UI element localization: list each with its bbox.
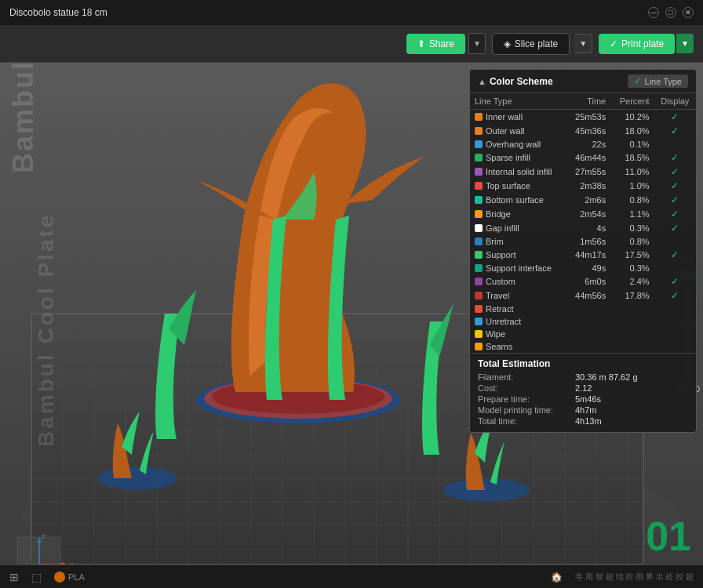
- collapse-icon[interactable]: ▲: [478, 77, 486, 86]
- filament-color-dot: [54, 572, 65, 583]
- row-percent: [610, 303, 654, 315]
- display-check: ✓: [671, 152, 679, 163]
- grid-icon: ⊞: [9, 571, 19, 583]
- table-row[interactable]: Seams: [470, 340, 696, 353]
- color-swatch: [475, 292, 483, 299]
- table-row[interactable]: Travel 44m56s 17.8% ✓: [470, 289, 696, 303]
- est-label: Total time:: [478, 416, 572, 426]
- maximize-button[interactable]: □: [665, 7, 676, 18]
- row-percent: 0.8%: [610, 235, 654, 248]
- window-controls: — □ ✕: [648, 7, 694, 18]
- color-swatch: [475, 278, 483, 285]
- table-row[interactable]: Unretract: [470, 315, 696, 328]
- row-linetype: Outer wall: [470, 124, 566, 138]
- table-row[interactable]: Outer wall 45m36s 18.0% ✓: [470, 124, 696, 138]
- linetype-label: Bottom surface: [486, 195, 544, 205]
- linetype-label: Overhang wall: [486, 140, 541, 149]
- color-swatch: [475, 330, 483, 338]
- table-row[interactable]: Support interface 49s 0.3%: [470, 262, 696, 274]
- linetype-label: Inner wall: [486, 112, 523, 122]
- row-display[interactable]: [654, 138, 696, 151]
- row-display[interactable]: [654, 262, 696, 274]
- row-display[interactable]: ✓: [654, 274, 696, 289]
- share-button[interactable]: ⬆ Share: [406, 34, 465, 54]
- row-display[interactable]: ✓: [654, 207, 696, 221]
- est-value: 4h13m: [575, 416, 602, 426]
- toolbar: ⬆ Share ▼ ◈ Slice plate ▼ ✓ Print plate …: [0, 25, 703, 63]
- minimize-button[interactable]: —: [648, 7, 659, 18]
- row-time: 6m0s: [566, 274, 610, 289]
- status-coordinates: 寺 用 智 超 结 控 用 界 出 处 控 超: [575, 572, 694, 583]
- row-percent: 0.8%: [610, 193, 654, 207]
- linetype-label: Sparse infill: [486, 153, 530, 162]
- color-swatch: [475, 318, 483, 325]
- total-estimation-title: Total Estimation: [478, 358, 688, 369]
- display-check: ✓: [671, 180, 679, 191]
- table-row[interactable]: Internal solid infill 27m55s 11.0% ✓: [470, 165, 696, 179]
- table-row[interactable]: Brim 1m56s 0.8%: [470, 235, 696, 248]
- table-row[interactable]: Sparse infill 46m44s 18.5% ✓: [470, 151, 696, 165]
- row-display[interactable]: ✓: [654, 179, 696, 193]
- row-display[interactable]: ✓: [654, 165, 696, 179]
- color-swatch: [475, 305, 483, 313]
- row-display[interactable]: ✓: [654, 193, 696, 207]
- row-display[interactable]: ✓: [654, 289, 696, 303]
- est-value: 30.36 m 87.62 g: [575, 372, 638, 382]
- linetype-label: Support: [486, 250, 516, 260]
- row-display[interactable]: ✓: [654, 110, 696, 125]
- display-check: ✓: [671, 194, 679, 205]
- row-display[interactable]: [654, 340, 696, 353]
- table-row[interactable]: Gap infill 4s 0.3% ✓: [470, 221, 696, 235]
- color-panel-title: Color Scheme: [490, 76, 553, 87]
- table-row[interactable]: Retract: [470, 303, 696, 315]
- row-time: [566, 340, 610, 353]
- color-table-body: Inner wall 25m53s 10.2% ✓ Outer wall 45m…: [470, 110, 696, 354]
- linetype-label: Travel: [486, 291, 509, 300]
- row-percent: 1.1%: [610, 207, 654, 221]
- row-percent: [610, 315, 654, 328]
- table-row[interactable]: Wipe: [470, 328, 696, 340]
- row-time: 46m44s: [566, 151, 610, 165]
- row-display[interactable]: ✓: [654, 221, 696, 235]
- row-linetype: Seams: [470, 340, 566, 353]
- linetype-label: Top surface: [486, 181, 530, 191]
- row-linetype: Overhang wall: [470, 138, 566, 151]
- row-percent: [610, 340, 654, 353]
- close-button[interactable]: ✕: [683, 7, 694, 18]
- slice-dropdown-button[interactable]: ▼: [574, 34, 592, 53]
- row-linetype: Gap infill: [470, 221, 566, 235]
- table-row[interactable]: Support 44m17s 17.5% ✓: [470, 248, 696, 262]
- row-display[interactable]: [654, 315, 696, 328]
- slice-button[interactable]: ◈ Slice plate: [492, 33, 570, 55]
- row-time: 45m36s: [566, 124, 610, 138]
- color-swatch: [475, 224, 483, 232]
- row-linetype: Custom: [470, 274, 566, 289]
- linetype-label: Custom: [486, 277, 515, 286]
- print-button[interactable]: ✓ Print plate: [599, 34, 675, 54]
- row-percent: 11.0%: [610, 165, 654, 179]
- row-linetype: Bottom surface: [470, 193, 566, 207]
- row-display[interactable]: [654, 303, 696, 315]
- svg-point-36: [98, 466, 177, 490]
- viewport[interactable]: Bambul Cool Plate Z X Bambul Cool Plate …: [0, 63, 703, 588]
- line-type-badge[interactable]: ✓ Line Type: [628, 74, 688, 88]
- print-dropdown-button[interactable]: ▼: [676, 34, 694, 53]
- est-label: Model printing time:: [478, 405, 572, 415]
- row-display[interactable]: [654, 328, 696, 340]
- row-time: [566, 303, 610, 315]
- table-row[interactable]: Custom 6m0s 2.4% ✓: [470, 274, 696, 289]
- row-display[interactable]: [654, 235, 696, 248]
- row-display[interactable]: ✓: [654, 151, 696, 165]
- svg-point-37: [443, 478, 530, 502]
- table-row[interactable]: Bottom surface 2m6s 0.8% ✓: [470, 193, 696, 207]
- color-scheme-panel: ▲ Color Scheme ✓ Line Type Line Type Tim…: [469, 69, 697, 433]
- table-row[interactable]: Top surface 2m38s 1.0% ✓: [470, 179, 696, 193]
- slice-icon: ◈: [504, 38, 511, 49]
- table-row[interactable]: Bridge 2m54s 1.1% ✓: [470, 207, 696, 221]
- row-display[interactable]: ✓: [654, 124, 696, 138]
- table-row[interactable]: Overhang wall 22s 0.1%: [470, 138, 696, 151]
- table-row[interactable]: Inner wall 25m53s 10.2% ✓: [470, 110, 696, 125]
- row-display[interactable]: ✓: [654, 248, 696, 262]
- col-time: Time: [566, 93, 610, 110]
- row-time: 2m54s: [566, 207, 610, 221]
